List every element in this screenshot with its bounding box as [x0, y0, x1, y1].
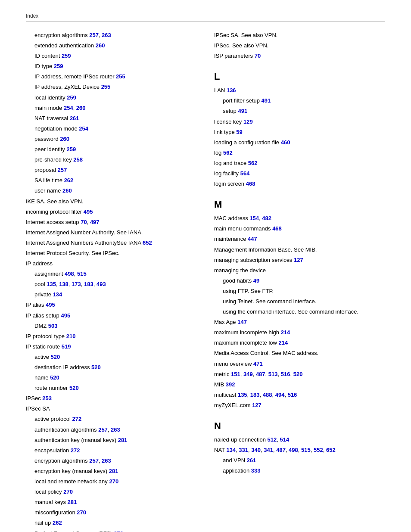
index-link[interactable]: 129	[243, 118, 253, 125]
index-link[interactable]: 498	[289, 447, 298, 453]
index-link[interactable]: 261	[247, 457, 256, 464]
index-link[interactable]: 260	[60, 136, 69, 142]
index-link[interactable]: 259	[54, 63, 63, 69]
index-link[interactable]: 552	[314, 447, 323, 453]
index-link[interactable]: 214	[281, 329, 290, 336]
index-link[interactable]: 262	[53, 520, 62, 526]
index-link[interactable]: 503	[48, 323, 58, 329]
index-link[interactable]: 183	[250, 392, 260, 398]
index-link[interactable]: 468	[272, 225, 282, 232]
index-link[interactable]: 515	[77, 271, 87, 277]
index-link[interactable]: 254	[79, 125, 88, 132]
index-link[interactable]: 70	[255, 53, 261, 59]
index-link[interactable]: 341	[264, 447, 273, 453]
index-link[interactable]: 516	[281, 371, 290, 377]
index-link[interactable]: 173	[72, 281, 81, 287]
index-link[interactable]: 183	[84, 281, 93, 287]
index-link[interactable]: 333	[251, 467, 261, 474]
index-link[interactable]: 392	[226, 381, 235, 388]
index-link[interactable]: 447	[248, 236, 257, 242]
index-link[interactable]: 257	[57, 167, 67, 173]
index-link[interactable]: 512	[268, 436, 277, 443]
index-link[interactable]: 260	[76, 105, 86, 111]
index-link[interactable]: 495	[61, 312, 70, 319]
index-link[interactable]: 272	[72, 416, 81, 422]
index-link[interactable]: 127	[294, 257, 303, 263]
index-link[interactable]: 49	[253, 277, 259, 284]
index-link[interactable]: 520	[51, 354, 60, 360]
index-link[interactable]: 340	[251, 447, 261, 453]
index-link[interactable]: 520	[91, 364, 101, 370]
index-link[interactable]: 520	[293, 371, 303, 377]
index-link[interactable]: 281	[68, 499, 77, 505]
index-link[interactable]: 497	[90, 219, 100, 225]
index-link[interactable]: 491	[238, 108, 247, 114]
index-link[interactable]: 270	[109, 478, 118, 485]
index-link[interactable]: 270	[77, 509, 86, 516]
index-link[interactable]: 514	[280, 436, 290, 443]
index-link[interactable]: 135	[47, 281, 56, 287]
index-link[interactable]: 270	[63, 488, 73, 495]
index-link[interactable]: 487	[276, 447, 286, 453]
index-link[interactable]: 460	[281, 139, 290, 146]
index-link[interactable]: 257	[89, 457, 99, 464]
index-link[interactable]: 70	[81, 219, 87, 225]
index-link[interactable]: 493	[97, 281, 106, 287]
index-link[interactable]: 482	[262, 215, 271, 221]
index-link[interactable]: 471	[253, 361, 263, 367]
index-link[interactable]: 134	[226, 447, 236, 453]
index-link[interactable]: 136	[227, 87, 236, 93]
index-link[interactable]: 281	[109, 468, 118, 474]
index-link[interactable]: 494	[275, 392, 285, 398]
index-link[interactable]: 488	[263, 392, 272, 398]
index-link[interactable]: 262	[64, 177, 74, 184]
index-link[interactable]: 495	[46, 302, 55, 308]
index-link[interactable]: 652	[326, 447, 336, 453]
index-link[interactable]: 127	[252, 402, 262, 408]
index-link[interactable]: 257	[98, 426, 108, 433]
index-link[interactable]: 260	[62, 187, 72, 194]
index-link[interactable]: 519	[62, 343, 71, 350]
index-link[interactable]: 281	[118, 437, 128, 443]
index-link[interactable]: 349	[243, 371, 253, 377]
index-link[interactable]: 272	[71, 447, 80, 454]
index-link[interactable]: 253	[42, 395, 52, 401]
index-link[interactable]: 562	[223, 149, 233, 156]
index-link[interactable]: 273	[114, 530, 123, 532]
index-link[interactable]: 331	[239, 447, 248, 453]
index-link[interactable]: 259	[62, 53, 71, 59]
index-link[interactable]: 261	[70, 115, 79, 121]
index-link[interactable]: 255	[101, 84, 111, 90]
index-link[interactable]: 487	[256, 371, 265, 377]
index-link[interactable]: 258	[73, 156, 83, 163]
index-link[interactable]: 135	[238, 392, 247, 398]
index-link[interactable]: 154	[249, 215, 259, 221]
index-link[interactable]: 495	[84, 208, 93, 215]
index-link[interactable]: 491	[262, 97, 271, 104]
index-link[interactable]: 257	[89, 32, 99, 38]
index-link[interactable]: 134	[53, 291, 62, 298]
index-link[interactable]: 564	[240, 170, 250, 177]
index-link[interactable]: 263	[102, 457, 111, 464]
index-link[interactable]: 260	[96, 42, 105, 49]
index-link[interactable]: 259	[67, 94, 76, 101]
index-link[interactable]: 516	[288, 392, 297, 398]
index-link[interactable]: 515	[301, 447, 311, 453]
index-link[interactable]: 147	[237, 319, 247, 325]
index-link[interactable]: 652	[143, 240, 152, 246]
index-link[interactable]: 263	[102, 32, 111, 38]
index-link[interactable]: 520	[50, 374, 59, 381]
index-link[interactable]: 263	[111, 426, 120, 433]
index-link[interactable]: 498	[65, 271, 74, 277]
index-link[interactable]: 468	[246, 180, 255, 187]
index-link[interactable]: 151	[231, 371, 240, 377]
index-link[interactable]: 59	[236, 129, 242, 135]
index-link[interactable]: 255	[116, 73, 125, 80]
index-link[interactable]: 214	[279, 339, 288, 346]
index-link[interactable]: 520	[69, 385, 79, 391]
index-link[interactable]: 210	[66, 333, 76, 339]
index-link[interactable]: 259	[66, 146, 76, 152]
index-link[interactable]: 138	[59, 281, 68, 287]
index-link[interactable]: 562	[248, 160, 258, 166]
index-link[interactable]: 513	[268, 371, 278, 377]
